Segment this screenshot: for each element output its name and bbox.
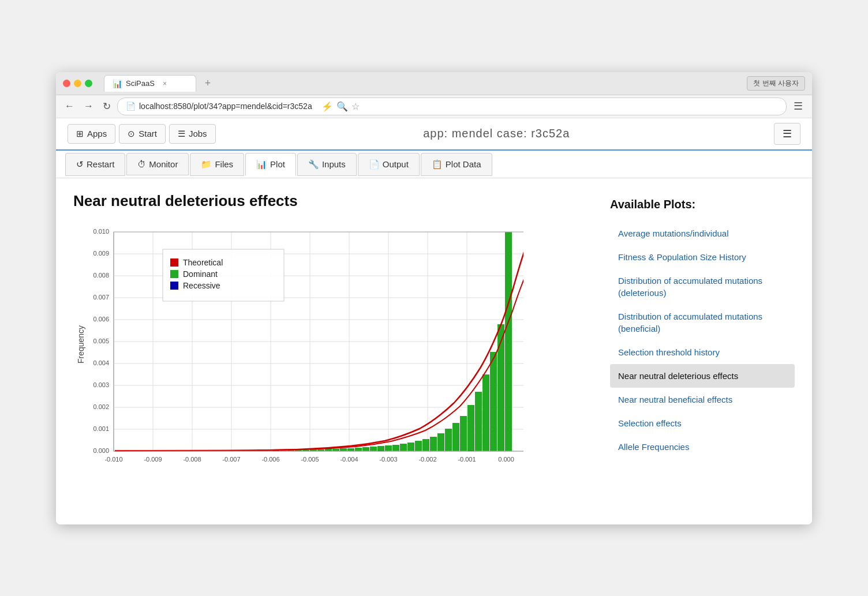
svg-text:-0.004: -0.004 bbox=[340, 456, 358, 463]
tab-title: SciPaaS bbox=[126, 79, 155, 88]
svg-rect-96 bbox=[490, 352, 497, 451]
app-toolbar: ⊞ Apps ⊙ Start ☰ Jobs app: mendel case: … bbox=[56, 118, 812, 151]
sidebar-link-6[interactable]: Near neutral beneficial effects bbox=[610, 388, 795, 411]
svg-text:Dominant: Dominant bbox=[183, 269, 218, 279]
svg-rect-87 bbox=[422, 439, 429, 451]
sidebar-link-4[interactable]: Selection threshold history bbox=[610, 340, 795, 364]
jobs-label: Jobs bbox=[189, 129, 207, 138]
sidebar-link-8[interactable]: Allele Frequencies bbox=[610, 435, 795, 459]
tab-restart[interactable]: ↺ Restart bbox=[65, 153, 125, 176]
apps-button[interactable]: ⊞ Apps bbox=[68, 124, 115, 144]
svg-text:-0.009: -0.009 bbox=[144, 456, 162, 463]
svg-rect-76 bbox=[340, 448, 347, 451]
plot-data-label: Plot Data bbox=[446, 159, 481, 169]
sidebar-link-5[interactable]: Near neutral deleterious effects bbox=[610, 364, 795, 388]
monitor-icon: ⏱ bbox=[137, 159, 146, 169]
svg-text:-0.010: -0.010 bbox=[104, 456, 122, 463]
svg-text:0.006: 0.006 bbox=[93, 316, 109, 323]
tab-close-button[interactable]: × bbox=[163, 80, 167, 88]
svg-text:-0.007: -0.007 bbox=[222, 456, 240, 463]
files-icon: 📁 bbox=[201, 159, 212, 170]
app-info: app: mendel case: r3c52a bbox=[219, 127, 774, 140]
star-icon[interactable]: ☆ bbox=[351, 101, 360, 112]
minimize-traffic-light[interactable] bbox=[74, 80, 81, 87]
chart-container: Frequency 0.000 0.001 0.002 0.003 0.004 … bbox=[73, 220, 523, 480]
restart-label: Restart bbox=[87, 159, 114, 169]
restart-icon: ↺ bbox=[76, 159, 84, 170]
svg-text:-0.006: -0.006 bbox=[261, 456, 279, 463]
browser-tab[interactable]: 📊 SciPaaS × bbox=[104, 75, 196, 92]
url-box[interactable]: 📄 localhost:8580/plot/34?app=mendel&cid=… bbox=[117, 98, 787, 115]
start-button[interactable]: ⊙ Start bbox=[119, 124, 166, 144]
svg-rect-92 bbox=[460, 416, 467, 451]
main-menu-button[interactable]: ☰ bbox=[774, 123, 800, 145]
tab-files[interactable]: 📁 Files bbox=[190, 153, 244, 176]
svg-rect-93 bbox=[467, 405, 474, 451]
sidebar-link-7[interactable]: Selection effects bbox=[610, 411, 795, 435]
svg-rect-81 bbox=[377, 446, 384, 451]
svg-text:-0.002: -0.002 bbox=[418, 456, 436, 463]
sidebar-link-1[interactable]: Fitness & Population Size History bbox=[610, 245, 795, 269]
svg-rect-108 bbox=[170, 282, 178, 290]
svg-text:0.010: 0.010 bbox=[93, 228, 109, 235]
svg-rect-84 bbox=[400, 444, 407, 451]
svg-text:0.003: 0.003 bbox=[93, 381, 109, 388]
svg-rect-106 bbox=[170, 270, 178, 278]
fullscreen-traffic-light[interactable] bbox=[85, 80, 92, 87]
tab-inputs[interactable]: 🔧 Inputs bbox=[297, 153, 357, 176]
sidebar: Available Plots: Average mutations/indiv… bbox=[610, 192, 795, 511]
svg-text:0.007: 0.007 bbox=[93, 294, 109, 301]
content-area: Near neutral deleterious effects Frequen… bbox=[56, 178, 812, 524]
svg-text:0.001: 0.001 bbox=[93, 425, 109, 432]
svg-rect-83 bbox=[392, 445, 399, 451]
svg-text:-0.001: -0.001 bbox=[458, 456, 476, 463]
user-button[interactable]: 첫 번째 사용자 bbox=[747, 76, 805, 91]
svg-rect-78 bbox=[355, 448, 362, 451]
sidebar-link-0[interactable]: Average mutations/individual bbox=[610, 222, 795, 245]
svg-text:0.008: 0.008 bbox=[93, 272, 109, 279]
sidebar-link-3[interactable]: Distribution of accumulated mutations (b… bbox=[610, 305, 795, 340]
refresh-button[interactable]: ↻ bbox=[100, 99, 114, 114]
svg-rect-80 bbox=[370, 447, 377, 451]
plot-data-icon: 📋 bbox=[432, 159, 443, 170]
jobs-button[interactable]: ☰ Jobs bbox=[169, 124, 216, 144]
tab-bar: 📊 SciPaaS × + bbox=[104, 75, 742, 92]
traffic-lights bbox=[63, 80, 92, 87]
apps-label: Apps bbox=[87, 129, 107, 138]
svg-rect-85 bbox=[407, 443, 414, 451]
close-traffic-light[interactable] bbox=[63, 80, 70, 87]
svg-text:-0.005: -0.005 bbox=[301, 456, 319, 463]
output-label: Output bbox=[383, 159, 409, 169]
address-bar: ← → ↻ 📄 localhost:8580/plot/34?app=mende… bbox=[56, 95, 812, 118]
forward-button[interactable]: → bbox=[81, 99, 96, 113]
browser-window: 📊 SciPaaS × + 첫 번째 사용자 ← → ↻ 📄 localhost… bbox=[56, 72, 812, 524]
sidebar-link-2[interactable]: Distribution of accumulated mutations (d… bbox=[610, 269, 795, 305]
svg-text:0.000: 0.000 bbox=[93, 447, 109, 454]
chart-svg: Frequency 0.000 0.001 0.002 0.003 0.004 … bbox=[73, 220, 523, 480]
back-button[interactable]: ← bbox=[62, 99, 77, 113]
svg-rect-82 bbox=[385, 445, 392, 451]
tab-plot[interactable]: 📊 Plot bbox=[245, 153, 296, 176]
svg-rect-75 bbox=[332, 449, 339, 451]
tab-favicon: 📊 bbox=[113, 79, 122, 88]
start-label: Start bbox=[139, 129, 157, 138]
inputs-label: Inputs bbox=[322, 159, 346, 169]
plot-label: Plot bbox=[270, 159, 285, 169]
svg-rect-103 bbox=[163, 249, 284, 301]
zoom-icon[interactable]: 🔍 bbox=[336, 101, 348, 112]
svg-text:Theoretical: Theoretical bbox=[183, 258, 223, 267]
tab-output[interactable]: 📄 Output bbox=[358, 153, 420, 176]
browser-menu-button[interactable]: ☰ bbox=[790, 99, 806, 114]
lightning-icon: ⚡ bbox=[321, 101, 333, 112]
tab-plot-data[interactable]: 📋 Plot Data bbox=[421, 153, 492, 176]
new-tab-button[interactable]: + bbox=[200, 75, 216, 91]
monitor-label: Monitor bbox=[149, 159, 178, 169]
svg-rect-94 bbox=[475, 392, 482, 451]
plot-icon: 📊 bbox=[256, 159, 267, 170]
chart-section: Near neutral deleterious effects Frequen… bbox=[73, 192, 593, 511]
tab-monitor[interactable]: ⏱ Monitor bbox=[126, 153, 189, 175]
page-icon: 📄 bbox=[126, 102, 136, 111]
sidebar-title: Available Plots: bbox=[610, 198, 795, 211]
svg-rect-88 bbox=[430, 437, 437, 451]
svg-text:0.002: 0.002 bbox=[93, 403, 109, 410]
